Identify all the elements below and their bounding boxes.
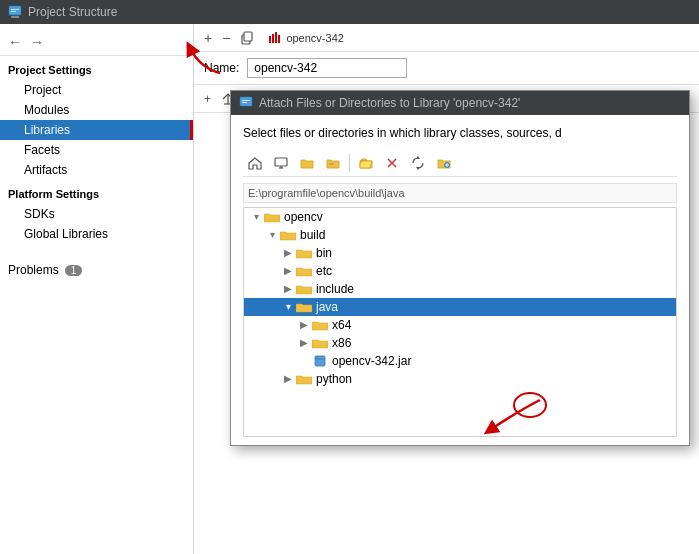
- svg-marker-22: [416, 167, 420, 170]
- svg-rect-2: [11, 9, 19, 10]
- dialog-title: Attach Files or Directories to Library '…: [259, 96, 520, 110]
- sidebar-item-libraries[interactable]: Libraries: [0, 120, 193, 140]
- expander-x86[interactable]: ▶: [296, 337, 312, 348]
- expander-x64[interactable]: ▶: [296, 319, 312, 330]
- expander-java[interactable]: ▾: [280, 301, 296, 312]
- dialog-refresh-button[interactable]: [406, 152, 430, 174]
- file-tree[interactable]: ▾ opencv ▾ build ▶: [243, 207, 677, 437]
- tree-item-opencv[interactable]: ▾ opencv: [244, 208, 676, 226]
- attach-dialog: Attach Files or Directories to Library '…: [230, 90, 690, 446]
- back-button[interactable]: ←: [6, 35, 24, 49]
- title-icon: [8, 5, 22, 19]
- folder-icon-build: [280, 229, 296, 241]
- tree-item-bin[interactable]: ▶ bin: [244, 244, 676, 262]
- problems-section: Problems 1: [0, 260, 193, 280]
- tree-item-python[interactable]: ▶ python: [244, 370, 676, 388]
- tree-item-x64[interactable]: ▶ x64: [244, 316, 676, 334]
- svg-marker-21: [416, 156, 420, 159]
- remove-library-button[interactable]: −: [218, 28, 234, 48]
- tree-item-build[interactable]: ▾ build: [244, 226, 676, 244]
- name-input[interactable]: [247, 58, 407, 78]
- dialog-open-button[interactable]: [354, 152, 378, 174]
- dialog-delete-button[interactable]: [380, 152, 404, 174]
- platform-settings-header: Platform Settings: [0, 180, 193, 204]
- dialog-folder2-button[interactable]: [321, 152, 345, 174]
- add-library-button[interactable]: +: [200, 28, 216, 48]
- dialog-title-bar: Attach Files or Directories to Library '…: [231, 91, 689, 115]
- folder-link-icon: [437, 156, 451, 170]
- svg-rect-12: [240, 97, 252, 106]
- sidebar-item-modules[interactable]: Modules: [0, 100, 193, 120]
- dialog-toolbar: [243, 150, 677, 177]
- tree-label-opencv: opencv: [284, 210, 323, 224]
- expander-opencv[interactable]: ▾: [248, 211, 264, 222]
- sidebar-item-facets[interactable]: Facets: [0, 140, 193, 160]
- svg-rect-0: [9, 6, 21, 15]
- problems-badge: 1: [65, 265, 83, 276]
- folder-detail-icon: [326, 156, 340, 170]
- svg-rect-15: [275, 158, 287, 166]
- sidebar: ← → Project Settings Project Modules Lib…: [0, 24, 194, 554]
- dialog-body: Select files or directories in which lib…: [231, 115, 689, 445]
- tree-item-x86[interactable]: ▶ x86: [244, 334, 676, 352]
- sidebar-item-project[interactable]: Project: [0, 80, 193, 100]
- jar-icon: [312, 355, 328, 367]
- monitor-icon: [274, 156, 288, 170]
- title-bar: Project Structure: [0, 0, 699, 24]
- name-row: Name:: [194, 52, 699, 85]
- tree-label-x64: x64: [332, 318, 351, 332]
- right-toolbar: + −: [194, 24, 699, 52]
- home-icon: [248, 156, 262, 170]
- sidebar-item-sdks[interactable]: SDKs: [0, 204, 193, 224]
- sidebar-item-artifacts[interactable]: Artifacts: [0, 160, 193, 180]
- classes-add-button[interactable]: +: [200, 90, 215, 108]
- tree-label-python: python: [316, 372, 352, 386]
- library-name-tag: opencv-342: [286, 32, 344, 44]
- folder-icon-java: [296, 301, 312, 313]
- tree-label-x86: x86: [332, 336, 351, 350]
- dialog-description: Select files or directories in which lib…: [243, 125, 677, 142]
- expander-build[interactable]: ▾: [264, 229, 280, 240]
- tree-label-include: include: [316, 282, 354, 296]
- tree-label-jar: opencv-342.jar: [332, 354, 411, 368]
- expander-python[interactable]: ▶: [280, 373, 296, 384]
- active-indicator: [190, 120, 193, 140]
- dialog-desktop-button[interactable]: [269, 152, 293, 174]
- refresh-icon: [411, 156, 425, 170]
- tree-label-bin: bin: [316, 246, 332, 260]
- problems-item[interactable]: Problems 1: [0, 260, 193, 280]
- svg-rect-6: [269, 36, 271, 43]
- folder-icon-bin: [296, 247, 312, 259]
- folder-icon-python: [296, 373, 312, 385]
- tree-item-jar[interactable]: ▶ opencv-342.jar: [244, 352, 676, 370]
- dialog-folder1-button[interactable]: [295, 152, 319, 174]
- sidebar-item-global-libraries[interactable]: Global Libraries: [0, 224, 193, 244]
- tree-item-java[interactable]: ▾ java: [244, 298, 676, 316]
- delete-icon: [385, 156, 399, 170]
- svg-rect-13: [242, 100, 250, 101]
- svg-rect-1: [11, 16, 19, 18]
- folder-icon-x86: [312, 337, 328, 349]
- copy-library-button[interactable]: [236, 29, 258, 47]
- folder-open-icon: [359, 156, 373, 170]
- forward-button[interactable]: →: [28, 35, 46, 49]
- tree-item-etc[interactable]: ▶ etc: [244, 262, 676, 280]
- folder-icon: [300, 156, 314, 170]
- project-settings-header: Project Settings: [0, 56, 193, 80]
- svg-rect-26: [315, 356, 325, 366]
- expander-etc[interactable]: ▶: [280, 265, 296, 276]
- tree-item-include[interactable]: ▶ include: [244, 280, 676, 298]
- dialog-home-button[interactable]: [243, 152, 267, 174]
- svg-rect-5: [244, 32, 252, 41]
- tree-label-etc: etc: [316, 264, 332, 278]
- expander-jar: ▶: [296, 355, 312, 366]
- folder-icon-include: [296, 283, 312, 295]
- expander-include[interactable]: ▶: [280, 283, 296, 294]
- toolbar-separator: [349, 154, 350, 172]
- library-chart-icon: [268, 32, 282, 44]
- library-tag: opencv-342: [268, 32, 344, 44]
- path-bar: E:\programfile\opencv\build\java: [243, 183, 677, 203]
- expander-bin[interactable]: ▶: [280, 247, 296, 258]
- folder-icon-x64: [312, 319, 328, 331]
- dialog-link-button[interactable]: [432, 152, 456, 174]
